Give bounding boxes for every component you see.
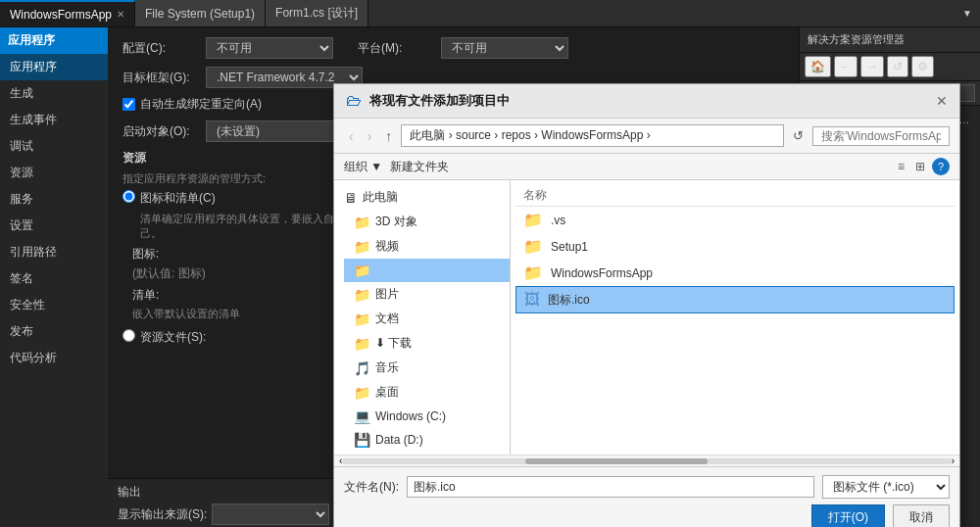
output-source-select[interactable] — [212, 503, 329, 525]
right-panel-home-btn[interactable]: 🏠 — [805, 56, 831, 77]
file-tree-pictures[interactable]: 📁 图片 — [344, 282, 510, 307]
dialog-action-btns: 打开(O) 取消 — [344, 504, 950, 527]
tab-more-btn[interactable]: ▼ — [955, 8, 980, 19]
sidebar-item-settings[interactable]: 设置 — [0, 213, 108, 239]
sidebar-item-build[interactable]: 生成 — [0, 80, 108, 107]
file-tree-this-pc[interactable]: 🖥 此电脑 — [334, 185, 510, 210]
this-pc-icon: 🖥 — [344, 190, 358, 206]
wfa-name: WindowsFormsApp — [551, 266, 653, 280]
radio-resource[interactable] — [122, 329, 135, 342]
nav-back-btn[interactable]: ‹ — [344, 126, 359, 146]
pictures-label: 图片 — [375, 286, 399, 303]
file-tree: 🖥 此电脑 📁 3D 对象 📁 视频 📁 — [334, 180, 511, 455]
tab-filesystem-label: File System (Setup1) — [145, 7, 255, 21]
tab-windowsforms-label: WindowsFormsApp — [10, 8, 112, 22]
file-tree-downloads[interactable]: 📁 ⬇ 下载 — [344, 331, 510, 356]
file-tree-music[interactable]: 🎵 音乐 — [344, 356, 510, 380]
vs-name: .vs — [551, 214, 565, 227]
music-icon: 🎵 — [354, 360, 370, 376]
filename-row: 文件名(N): 图标文件 (*.ico) — [344, 475, 950, 499]
tab-windowsforms-close[interactable]: ✕ — [117, 9, 124, 20]
file-tree-videos[interactable]: 📁 视频 — [344, 234, 510, 259]
dialog-open-btn[interactable]: 打开(O) — [811, 504, 885, 527]
sidebar-item-resources[interactable]: 资源 — [0, 160, 108, 186]
docs-icon: 📁 — [354, 311, 370, 327]
docs-label: 文档 — [375, 311, 399, 327]
sidebar-item-publish[interactable]: 发布 — [0, 318, 108, 345]
right-panel-refresh-btn[interactable]: ↺ — [887, 56, 908, 77]
filename-label: 文件名(N): — [344, 479, 399, 496]
file-tree-3d[interactable]: 📁 3D 对象 — [344, 210, 510, 234]
refresh-btn[interactable]: ↺ — [788, 126, 808, 145]
file-tree-highlighted[interactable]: 📁 — [344, 259, 510, 282]
config-select[interactable]: 不可用 — [206, 37, 333, 59]
file-tree-docs[interactable]: 📁 文档 — [344, 307, 510, 331]
platform-label: 平台(M): — [358, 40, 436, 57]
autogenerate-checkbox[interactable] — [122, 98, 135, 111]
file-item-windowsformsapp[interactable]: 📁 WindowsFormsApp — [515, 260, 955, 286]
pictures-icon: 📁 — [354, 287, 370, 303]
new-folder-btn[interactable]: 新建文件夹 — [390, 159, 449, 175]
sidebar-item-build-events[interactable]: 生成事件 — [0, 107, 108, 133]
right-panel-back-btn[interactable]: ← — [834, 56, 858, 77]
sidebar-item-security[interactable]: 安全性 — [0, 292, 108, 318]
tab-windowsforms[interactable]: WindowsFormsApp ✕ — [0, 0, 135, 26]
file-dialog[interactable]: 🗁 将现有文件添加到项目中 ✕ ‹ › ↑ 此电脑 › source › rep… — [333, 83, 960, 527]
file-tree-network[interactable]: 📁 网络 — [344, 452, 510, 455]
wfa-folder-icon: 📁 — [523, 264, 543, 282]
radio-icon-list-label: 图标和清单(C) — [140, 190, 216, 207]
ico-file-icon: 🖼 — [524, 291, 540, 309]
help-btn[interactable]: ? — [932, 158, 950, 175]
file-tree-desktop[interactable]: 📁 桌面 — [344, 380, 510, 405]
setup1-name: Setup1 — [551, 240, 588, 254]
view-btns: ≡ ⊞ ? — [894, 158, 950, 175]
filetype-select[interactable]: 图标文件 (*.ico) — [822, 475, 950, 499]
sidebar-item-debug[interactable]: 调试 — [0, 133, 108, 160]
tab-form1[interactable]: Form1.cs [设计] — [266, 0, 368, 26]
videos-icon: 📁 — [354, 239, 370, 255]
breadcrumb-text: 此电脑 › source › repos › WindowsFormsApp › — [410, 127, 650, 144]
dialog-nav-bar: ‹ › ↑ 此电脑 › source › repos › WindowsForm… — [334, 119, 959, 154]
right-panel-forward-btn[interactable]: → — [860, 56, 884, 77]
file-list-header: 名称 — [515, 185, 955, 207]
dialog-close-btn[interactable]: ✕ — [936, 93, 948, 109]
dialog-cancel-btn[interactable]: 取消 — [893, 504, 950, 527]
radio-icon-list[interactable] — [122, 190, 135, 203]
this-pc-label: 此电脑 — [363, 189, 398, 206]
nav-forward-btn[interactable]: › — [363, 126, 377, 146]
file-tree-data-d[interactable]: 💾 Data (D:) — [344, 428, 510, 452]
filename-input[interactable] — [407, 476, 814, 498]
file-tree-windows-c[interactable]: 💻 Windows (C:) — [344, 405, 510, 428]
downloads-label: ⬇ 下载 — [375, 335, 412, 352]
dialog-scroll-bar: ‹ › — [334, 455, 959, 466]
organize-btn[interactable]: 组织 ▼ — [344, 159, 382, 175]
right-panel-toolbar: 🏠 ← → ↺ ⚙ — [800, 53, 980, 81]
sidebar-item-code-analysis[interactable]: 代码分析 — [0, 345, 108, 371]
desktop-label: 桌面 — [375, 384, 399, 401]
sidebar-item-signing[interactable]: 签名 — [0, 265, 108, 292]
videos-label: 视频 — [375, 238, 399, 255]
windows-c-label: Windows (C:) — [375, 409, 446, 423]
downloads-icon: 📁 — [354, 336, 370, 352]
sidebar-item-ref-paths[interactable]: 引用路径 — [0, 239, 108, 265]
scroll-right-btn[interactable]: › — [952, 455, 955, 466]
right-panel-settings-btn[interactable]: ⚙ — [911, 56, 934, 77]
nav-up-btn[interactable]: ↑ — [380, 126, 397, 146]
highlighted-icon: 📁 — [354, 263, 370, 278]
sidebar-header-label: 应用程序 — [8, 33, 55, 47]
file-item-icon[interactable]: 🖼 图标.ico — [515, 286, 955, 313]
file-item-setup1[interactable]: 📁 Setup1 — [515, 233, 955, 260]
dialog-search-input[interactable] — [812, 126, 950, 146]
name-column-header: 名称 — [523, 187, 547, 204]
view-list-btn[interactable]: ≡ — [894, 158, 908, 175]
right-panel-header: 解决方案资源管理器 — [800, 27, 980, 53]
view-icon-btn[interactable]: ⊞ — [911, 158, 929, 175]
tab-filesystem[interactable]: File System (Setup1) — [135, 0, 266, 26]
file-item-vs[interactable]: 📁 .vs — [515, 207, 955, 233]
dialog-title-bar: 🗁 将现有文件添加到项目中 ✕ — [334, 84, 959, 119]
platform-select[interactable]: 不可用 — [441, 37, 568, 59]
sidebar-item-app[interactable]: 应用程序 — [0, 54, 108, 80]
framework-label: 目标框架(G): — [122, 70, 201, 86]
sidebar-item-services[interactable]: 服务 — [0, 186, 108, 213]
dialog-body: 🖥 此电脑 📁 3D 对象 📁 视频 📁 — [334, 180, 959, 455]
